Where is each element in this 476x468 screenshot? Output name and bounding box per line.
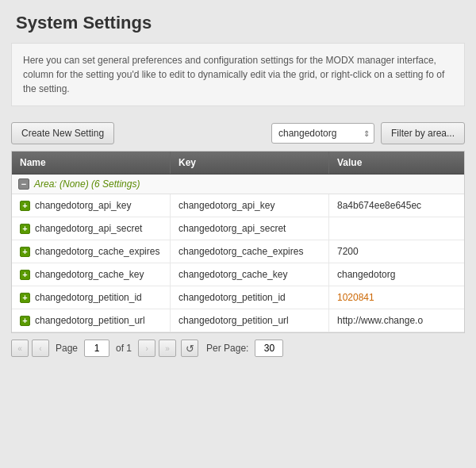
row-expand-button-5[interactable]: + (20, 316, 30, 326)
prev-page-button[interactable]: ‹ (32, 339, 49, 357)
row-name-5: changedotorg_petition_url (35, 315, 145, 326)
of-label: of 1 (116, 343, 132, 354)
filter-by-area-button[interactable]: Filter by area... (381, 122, 465, 144)
toolbar: Create New Setting changedotorg (none) c… (0, 116, 476, 151)
table-row: + changedotorg_petition_id changedotorg_… (12, 286, 464, 309)
cell-key-3: changedotorg_cache_key (171, 263, 329, 286)
last-page-button[interactable]: » (159, 339, 176, 357)
table-row: + changedotorg_cache_expires changedotor… (12, 240, 464, 263)
cell-key-5: changedotorg_petition_url (171, 309, 329, 332)
cell-value-2: 7200 (329, 240, 464, 263)
cell-value-0: 8a4b674ee8e645ec (329, 194, 464, 217)
header-name: Name (12, 152, 171, 174)
row-expand-button-1[interactable]: + (20, 224, 30, 234)
pagination-bar: « ‹ Page of 1 › » ↺ Per Page: (0, 335, 476, 362)
per-page-input[interactable] (255, 339, 283, 357)
cell-name-4: + changedotorg_petition_id (12, 286, 171, 309)
cell-name-0: + changedotorg_api_key (12, 194, 171, 217)
next-page-button[interactable]: › (138, 339, 155, 357)
per-page-label: Per Page: (206, 343, 248, 354)
cell-name-1: + changedotorg_api_secret (12, 217, 171, 240)
page-number-input[interactable] (84, 339, 109, 357)
cell-value-5: http://www.change.o (329, 309, 464, 332)
cell-name-3: + changedotorg_cache_key (12, 263, 171, 286)
cell-value-3: changedotorg (329, 263, 464, 286)
first-page-button[interactable]: « (11, 339, 29, 357)
settings-grid: Name Key Value − Area: (None) (6 Setting… (11, 151, 465, 333)
description-text: Here you can set general preferences and… (23, 55, 444, 94)
table-row: + changedotorg_api_secret changedotorg_a… (12, 217, 464, 240)
row-expand-button-2[interactable]: + (20, 247, 30, 257)
area-row: − Area: (None) (6 Settings) (12, 175, 464, 194)
header-key: Key (171, 152, 329, 174)
page-container: System Settings Here you can set general… (0, 0, 476, 362)
cell-name-5: + changedotorg_petition_url (12, 309, 171, 332)
description-panel: Here you can set general preferences and… (11, 43, 465, 106)
row-name-0: changedotorg_api_key (35, 200, 131, 211)
table-row: + changedotorg_petition_url changedotorg… (12, 309, 464, 332)
area-label: Area: (None) (6 Settings) (34, 178, 140, 190)
row-name-1: changedotorg_api_secret (35, 223, 142, 234)
row-name-4: changedotorg_petition_id (35, 292, 142, 303)
header-value: Value (329, 152, 464, 174)
cell-name-2: + changedotorg_cache_expires (12, 240, 171, 263)
cell-key-2: changedotorg_cache_expires (171, 240, 329, 263)
grid-header: Name Key Value (12, 152, 464, 175)
namespace-select-wrapper: changedotorg (none) core (271, 123, 374, 144)
row-name-2: changedotorg_cache_expires (35, 246, 159, 257)
cell-key-1: changedotorg_api_secret (171, 217, 329, 240)
cell-value-1 (329, 217, 464, 240)
refresh-button[interactable]: ↺ (181, 339, 198, 357)
cell-key-4: changedotorg_petition_id (171, 286, 329, 309)
area-collapse-button[interactable]: − (18, 178, 29, 190)
row-expand-button-0[interactable]: + (20, 201, 30, 211)
table-row: + changedotorg_cache_key changedotorg_ca… (12, 263, 464, 286)
row-expand-button-4[interactable]: + (20, 293, 30, 303)
cell-key-0: changedotorg_api_key (171, 194, 329, 217)
create-new-setting-button[interactable]: Create New Setting (11, 122, 114, 144)
page-label: Page (56, 343, 78, 354)
namespace-select[interactable]: changedotorg (none) core (271, 123, 374, 144)
row-expand-button-3[interactable]: + (20, 270, 30, 280)
row-name-3: changedotorg_cache_key (35, 269, 144, 280)
table-row: + changedotorg_api_key changedotorg_api_… (12, 194, 464, 217)
cell-value-4: 1020841 (329, 286, 464, 309)
page-title: System Settings (0, 0, 476, 43)
